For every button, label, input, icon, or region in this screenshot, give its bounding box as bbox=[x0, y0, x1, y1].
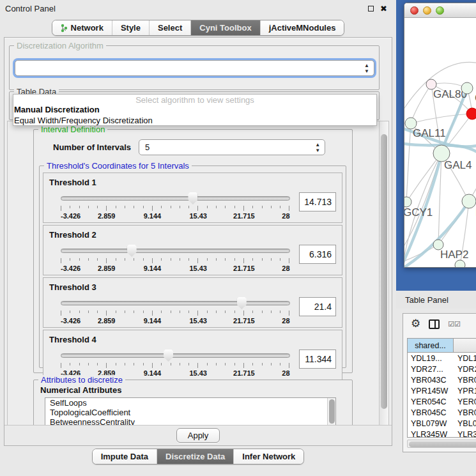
slider-thumb[interactable] bbox=[164, 349, 173, 362]
select-columns-checkboxes-icon[interactable]: ☑☑ bbox=[448, 320, 461, 328]
numerical-attributes-list[interactable]: SelfLoopsTopologicalCoefficientBetweenne… bbox=[45, 397, 336, 427]
table-row[interactable]: YBL079WYBL0 bbox=[408, 418, 476, 429]
tab-jactivemnodules[interactable]: jActiveMNodules bbox=[260, 20, 344, 35]
cyni-toolbox-content: Discretization Algorithm ▲▼ Table Data g… bbox=[4, 37, 392, 446]
settings-scrollbar-thumb[interactable] bbox=[381, 134, 387, 409]
algorithm-option-manual[interactable]: Manual Discretization bbox=[14, 105, 100, 114]
attribute-list-item[interactable]: SelfLoops bbox=[45, 398, 335, 408]
threshold-value-field[interactable]: 11.344 bbox=[299, 349, 336, 369]
tab-label: Select bbox=[158, 23, 182, 33]
close-traffic-light-icon[interactable] bbox=[410, 6, 418, 15]
table-cell[interactable]: YDR27... bbox=[408, 365, 454, 374]
settings-vertical-scrollbar[interactable] bbox=[379, 121, 388, 426]
threshold-value-field[interactable]: 14.713 bbox=[299, 192, 336, 211]
threshold-panel-2: Threshold 2-3.4262.8599.14415.4321.71528… bbox=[43, 225, 342, 275]
table-row[interactable]: YDR27...YDR2 bbox=[408, 364, 476, 374]
threshold-value-field[interactable]: 21.4 bbox=[299, 297, 336, 316]
slider-ticks bbox=[61, 363, 290, 369]
attributes-list-scrollbar[interactable] bbox=[327, 398, 335, 426]
table-cell[interactable]: YER0 bbox=[454, 397, 476, 406]
table-panel-title: Table Panel bbox=[405, 295, 449, 305]
number-of-intervals-combobox[interactable]: 5 ▲▼ bbox=[139, 139, 325, 155]
network-node-h[interactable] bbox=[462, 194, 476, 208]
threshold-slider-1[interactable]: -3.4262.8599.14415.4321.71528 bbox=[61, 192, 290, 220]
table-cell[interactable]: YBR045C bbox=[408, 408, 454, 417]
node-table[interactable]: shared... na YDL19...YDL1YDR27...YDR2YBR… bbox=[407, 338, 476, 438]
settings-scrollpane: Interval Definition Number of Intervals … bbox=[7, 121, 389, 426]
bottom-tab-impute-data[interactable]: Impute Data bbox=[93, 449, 157, 464]
network-edge[interactable] bbox=[406, 123, 411, 202]
network-node-g[interactable] bbox=[461, 82, 473, 94]
tab-select[interactable]: Select bbox=[149, 20, 190, 35]
table-cell[interactable]: YBL079W bbox=[408, 419, 454, 428]
minimize-traffic-light-icon[interactable] bbox=[423, 6, 431, 15]
close-icon[interactable]: ✖ bbox=[380, 6, 387, 12]
algorithm-option-equal-width[interactable]: Equal Width/Frequency Discretization bbox=[14, 116, 153, 125]
table-row[interactable]: YLR345WYLR3 bbox=[408, 429, 476, 438]
threshold-label: Threshold 3 bbox=[49, 282, 336, 292]
table-cell[interactable]: YLR3 bbox=[454, 430, 476, 438]
network-view-window: GAL80G.CGAL11GAL4GCY1HHAP2 bbox=[404, 3, 476, 268]
table-cell[interactable]: YDR2 bbox=[454, 365, 476, 374]
network-edge[interactable] bbox=[411, 84, 431, 123]
network-canvas[interactable]: GAL80G.CGAL11GAL4GCY1HHAP2 bbox=[404, 18, 476, 268]
slider-track[interactable] bbox=[61, 353, 290, 358]
tab-label: Network bbox=[71, 23, 104, 33]
table-header-name[interactable]: na bbox=[454, 339, 476, 353]
table-cell[interactable]: YPR1 bbox=[454, 387, 476, 395]
control-panel: Control Panel ✖ NetworkStyleSelectCyni T… bbox=[0, 0, 396, 476]
bottom-tab-discretize-data[interactable]: Discretize Data bbox=[157, 449, 233, 464]
algorithm-combobox[interactable]: ▲▼ bbox=[15, 60, 374, 76]
table-cell[interactable]: YDL19... bbox=[408, 354, 454, 363]
slider-track[interactable] bbox=[61, 196, 290, 201]
threshold-slider-3[interactable]: -3.4262.8599.14415.4321.71528 bbox=[61, 297, 290, 325]
table-cell[interactable]: YBL0 bbox=[454, 419, 476, 428]
table-cell[interactable]: YBR0 bbox=[454, 376, 476, 385]
table-horizontal-scrollbar[interactable] bbox=[407, 440, 476, 448]
table-cell[interactable]: YDL1 bbox=[454, 354, 476, 363]
network-node-label: GAL4 bbox=[444, 159, 472, 171]
group-label-thresholds: Threshold's Coordinates for 5 Intervals bbox=[44, 161, 192, 171]
gear-icon[interactable]: ⚙ bbox=[411, 319, 420, 329]
table-cell[interactable]: YBR0 bbox=[454, 408, 476, 417]
bottom-tab-infer-network[interactable]: Infer Network bbox=[233, 449, 303, 464]
table-header-shared-name[interactable]: shared... bbox=[408, 339, 454, 353]
slider-ticks bbox=[61, 311, 290, 316]
table-row[interactable]: YPR145WYPR1 bbox=[408, 385, 476, 396]
tab-network[interactable]: Network bbox=[52, 20, 112, 35]
threshold-slider-2[interactable]: -3.4262.8599.14415.4321.71528 bbox=[61, 245, 290, 273]
table-cell[interactable]: YER054C bbox=[408, 397, 454, 406]
network-edge[interactable] bbox=[411, 114, 472, 123]
attribute-list-item[interactable]: TopologicalCoefficient bbox=[45, 408, 335, 417]
table-row[interactable]: YBR043CYBR0 bbox=[408, 374, 476, 385]
table-row[interactable]: YER054CYER0 bbox=[408, 396, 476, 407]
attributes-list-scrollbar-thumb[interactable] bbox=[329, 399, 335, 424]
threshold-value-field[interactable]: 6.316 bbox=[299, 245, 336, 264]
slider-tick-labels: -3.4262.8599.14415.4321.71528 bbox=[61, 212, 290, 220]
table-cell[interactable]: YBR043C bbox=[408, 376, 454, 385]
slider-track[interactable] bbox=[61, 249, 290, 253]
table-cell[interactable]: YPR145W bbox=[408, 387, 454, 395]
tab-style[interactable]: Style bbox=[112, 20, 149, 35]
slider-ticks bbox=[61, 258, 290, 264]
tab-label: Discretize Data bbox=[165, 452, 225, 461]
group-thresholds: Threshold's Coordinates for 5 Intervals … bbox=[39, 165, 346, 368]
table-row[interactable]: YDL19...YDL1 bbox=[408, 353, 476, 364]
slider-thumb[interactable] bbox=[237, 297, 247, 309]
threshold-slider-4[interactable]: -3.4262.8599.14415.4321.71528 bbox=[61, 349, 290, 378]
network-node-gcy1[interactable] bbox=[404, 197, 411, 207]
tab-cyni-toolbox[interactable]: Cyni Toolbox bbox=[190, 20, 259, 35]
table-cell[interactable]: YLR345W bbox=[408, 430, 454, 438]
table-horizontal-scrollbar-thumb[interactable] bbox=[409, 441, 476, 447]
columns-icon[interactable] bbox=[429, 319, 440, 329]
table-row[interactable]: YBR045CYBR0 bbox=[408, 407, 476, 418]
network-node[interactable] bbox=[455, 260, 465, 268]
apply-button[interactable]: Apply bbox=[176, 428, 220, 443]
float-window-icon[interactable] bbox=[368, 6, 374, 12]
network-node-c[interactable] bbox=[466, 108, 476, 119]
slider-track[interactable] bbox=[61, 301, 290, 305]
slider-thumb[interactable] bbox=[188, 192, 197, 204]
control-panel-titlebar: Control Panel ✖ bbox=[0, 0, 396, 17]
slider-thumb[interactable] bbox=[127, 245, 137, 257]
zoom-traffic-light-icon[interactable] bbox=[436, 6, 444, 15]
